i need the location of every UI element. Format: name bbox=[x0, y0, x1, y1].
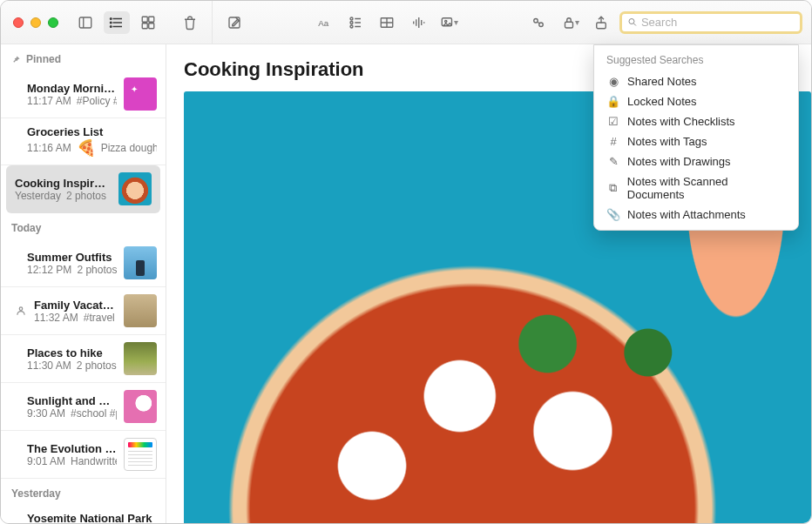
note-title: Family Vacation bbox=[34, 299, 117, 312]
notes-list-sidebar[interactable]: Pinned Monday Morning Meeting 11:17 AM#P… bbox=[1, 44, 166, 523]
note-cell[interactable]: Sunlight and Circadian… 9:30 AM#school #… bbox=[1, 383, 166, 431]
attachment-icon: 📎 bbox=[606, 208, 620, 221]
view-gallery-button[interactable] bbox=[135, 11, 161, 34]
app-window: Aa ▾ ▾ bbox=[0, 0, 812, 524]
svg-point-5 bbox=[111, 17, 112, 19]
note-time: 11:30 AM bbox=[27, 359, 71, 372]
window-controls bbox=[13, 17, 58, 28]
note-title: Sunlight and Circadian… bbox=[27, 394, 117, 407]
fullscreen-window-button[interactable] bbox=[48, 17, 58, 28]
note-detail: Pizza dough bbox=[101, 142, 157, 154]
pizza-icon: 🍕 bbox=[77, 138, 96, 158]
checklist-icon: ☑ bbox=[606, 115, 620, 128]
chevron-down-icon: ▾ bbox=[454, 17, 458, 27]
minimize-window-button[interactable] bbox=[30, 17, 41, 28]
lock-menu-button[interactable]: ▾ bbox=[557, 11, 583, 34]
new-note-button[interactable] bbox=[221, 11, 247, 34]
note-thumbnail bbox=[124, 390, 157, 423]
chevron-down-icon: ▾ bbox=[575, 17, 579, 27]
svg-rect-9 bbox=[149, 17, 154, 22]
pin-icon bbox=[11, 55, 21, 64]
note-thumbnail bbox=[124, 438, 157, 471]
note-time: 9:30 AM bbox=[27, 407, 65, 420]
note-thumbnail bbox=[124, 342, 157, 375]
share-button[interactable] bbox=[588, 11, 614, 34]
svg-rect-8 bbox=[142, 17, 147, 22]
note-title: The Evolution of Massi… bbox=[27, 442, 117, 455]
section-header-yesterday: Yesterday bbox=[1, 479, 166, 505]
note-thumbnail bbox=[124, 77, 157, 111]
note-cell[interactable]: Monday Morning Meeting 11:17 AM#Policy #… bbox=[1, 71, 166, 118]
note-time: 9:01 AM bbox=[27, 455, 65, 467]
note-cell[interactable]: Groceries List 11:16 AM🍕Pizza dough bbox=[1, 118, 166, 165]
section-label: Pinned bbox=[26, 53, 61, 65]
search-suggestions-popover: Suggested Searches ◉Shared Notes 🔒Locked… bbox=[593, 44, 799, 231]
svg-point-29 bbox=[445, 20, 447, 22]
suggestion-drawings[interactable]: ✎Notes with Drawings bbox=[598, 151, 795, 171]
note-time: 12:12 PM bbox=[27, 264, 71, 276]
suggestion-locked-notes[interactable]: 🔒Locked Notes bbox=[598, 91, 795, 111]
section-label: Today bbox=[11, 222, 41, 234]
delete-note-button[interactable] bbox=[177, 11, 203, 34]
svg-rect-33 bbox=[597, 23, 606, 29]
toggle-sidebar-button[interactable] bbox=[72, 11, 98, 34]
note-cell[interactable]: Family Vacation 11:32 AM#travel bbox=[1, 287, 166, 335]
svg-text:Aa: Aa bbox=[318, 17, 329, 27]
audio-button[interactable] bbox=[405, 11, 431, 34]
section-label: Yesterday bbox=[11, 487, 61, 500]
scan-icon: ⧉ bbox=[606, 181, 620, 195]
note-time: 11:16 AM bbox=[27, 142, 71, 154]
note-time: 11:32 AM bbox=[34, 312, 78, 324]
note-detail: #travel bbox=[84, 312, 115, 324]
svg-point-14 bbox=[350, 17, 353, 20]
svg-rect-0 bbox=[79, 17, 91, 28]
suggestion-label: Notes with Scanned Documents bbox=[627, 175, 786, 201]
suggestion-scanned[interactable]: ⧉Notes with Scanned Documents bbox=[598, 171, 795, 205]
close-window-button[interactable] bbox=[13, 17, 24, 28]
note-cell[interactable]: Summer Outfits 12:12 PM2 photos bbox=[1, 239, 166, 287]
suggestion-label: Locked Notes bbox=[627, 95, 697, 108]
search-field[interactable] bbox=[619, 11, 802, 34]
shared-icon bbox=[15, 305, 27, 317]
view-list-button[interactable] bbox=[104, 11, 130, 34]
link-note-button[interactable] bbox=[525, 11, 551, 34]
note-detail: 2 photos bbox=[77, 264, 117, 276]
checklist-button[interactable] bbox=[342, 11, 369, 34]
tag-icon: # bbox=[606, 135, 620, 148]
svg-point-34 bbox=[629, 19, 634, 24]
note-detail: 2 photos bbox=[66, 190, 106, 202]
note-cell-selected[interactable]: Cooking Inspiration Yesterday2 photos bbox=[6, 165, 160, 213]
note-title: Monday Morning Meeting bbox=[27, 82, 117, 95]
suggestion-label: Notes with Attachments bbox=[627, 208, 746, 221]
svg-point-16 bbox=[350, 21, 353, 24]
suggestion-tags[interactable]: #Notes with Tags bbox=[598, 131, 795, 151]
svg-rect-10 bbox=[142, 23, 147, 28]
note-cell[interactable]: Places to hike 11:30 AM2 photos bbox=[1, 335, 166, 383]
suggestion-shared-notes[interactable]: ◉Shared Notes bbox=[598, 71, 795, 91]
note-time: 11:17 AM bbox=[27, 95, 71, 107]
suggestion-attachments[interactable]: 📎Notes with Attachments bbox=[598, 205, 795, 225]
note-thumbnail bbox=[118, 172, 152, 205]
svg-rect-32 bbox=[565, 22, 572, 28]
note-editor[interactable]: Cooking Inspiration Suggested Searches ◉… bbox=[166, 44, 811, 523]
note-title: Groceries List bbox=[27, 125, 157, 138]
svg-point-18 bbox=[350, 25, 353, 28]
svg-point-7 bbox=[111, 25, 112, 27]
note-title: Cooking Inspiration bbox=[15, 177, 112, 190]
suggestions-header: Suggested Searches bbox=[598, 52, 795, 71]
toolbar-separator bbox=[212, 1, 213, 44]
note-title: Yosemite National Park bbox=[27, 512, 157, 523]
note-thumbnail bbox=[124, 294, 157, 327]
drawing-icon: ✎ bbox=[606, 155, 620, 168]
search-icon bbox=[627, 17, 638, 28]
format-text-button[interactable]: Aa bbox=[311, 11, 337, 34]
note-cell[interactable]: The Evolution of Massi… 9:01 AMHandwritt… bbox=[1, 431, 166, 479]
note-cell[interactable]: Yosemite National Park bbox=[1, 505, 166, 523]
suggestion-label: Shared Notes bbox=[627, 75, 697, 88]
svg-point-36 bbox=[19, 307, 23, 311]
suggestion-checklists[interactable]: ☑Notes with Checklists bbox=[598, 111, 795, 131]
search-input[interactable] bbox=[641, 16, 795, 29]
media-menu-button[interactable]: ▾ bbox=[436, 11, 463, 34]
table-button[interactable] bbox=[374, 11, 400, 34]
svg-point-6 bbox=[111, 22, 112, 24]
